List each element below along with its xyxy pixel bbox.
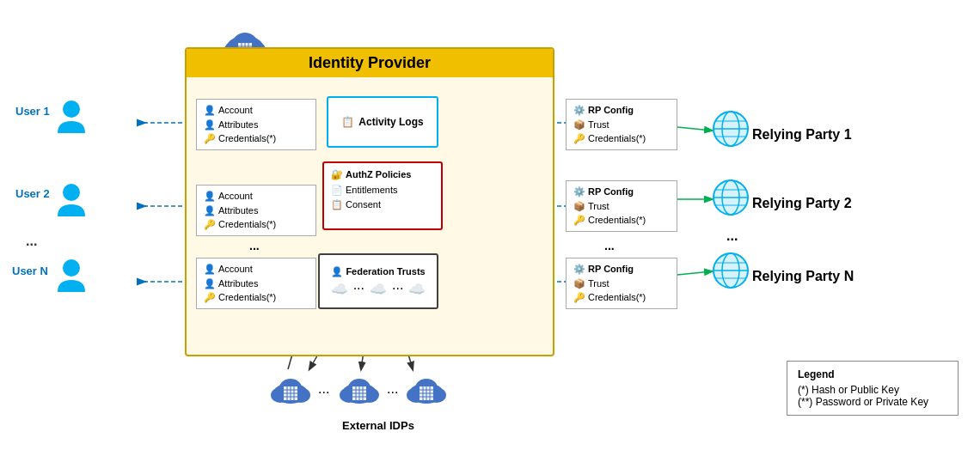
svg-line-8 (677, 271, 712, 275)
legend-title: Legend (798, 368, 947, 380)
user-n-icon (56, 258, 87, 299)
user-2-label: User 2 (15, 187, 50, 200)
authz-box: 🔐AuthZ Policies 📄Entitlements 📋Consent (322, 161, 443, 230)
account-box-1: 👤Account 👤Attributes 🔑Credentials(*) (196, 99, 316, 150)
federation-box: 👤 Federation Trusts ☁️···☁️···☁️ (318, 253, 438, 309)
ext-idp-cloud-2 (335, 369, 383, 410)
rp-1-label: Relying Party 1 (752, 127, 852, 143)
ext-idp-cloud-3 (402, 369, 450, 410)
activity-logs-label: Activity Logs (358, 116, 423, 128)
activity-logs-box: 📋 Activity Logs (327, 96, 438, 148)
legend-box: Legend (*) Hash or Public Key (**) Passw… (787, 361, 959, 416)
user-2-icon (56, 182, 87, 223)
account-dots: ... (249, 239, 260, 252)
rp-box-1: ⚙️RP Config 📦Trust 🔑Credentials(*) (566, 99, 677, 150)
user-1-icon (56, 99, 87, 140)
idp-header: Identity Provider (187, 49, 553, 77)
user-n-label: User N (12, 265, 48, 277)
rp-2-label: Relying Party 2 (752, 196, 852, 211)
external-idps-label: External IDPs (301, 419, 456, 432)
users-dots: ... (26, 234, 37, 249)
rp-n-globe (712, 252, 750, 293)
user-1-label: User 1 (15, 105, 50, 118)
diagram-container: Identity Provider User 1 User 2 ... User… (0, 0, 980, 450)
legend-item-1: (*) Hash or Public Key (798, 384, 947, 396)
rp-n-label: Relying Party N (752, 269, 854, 284)
rp-box-3: ⚙️RP Config 📦Trust 🔑Credentials(*) (566, 258, 677, 309)
rp-1-globe (712, 110, 750, 151)
rp-2-globe (712, 179, 750, 220)
account-box-3: 👤Account 👤Attributes 🔑Credentials(*) (196, 258, 316, 309)
svg-point-24 (63, 100, 80, 118)
ext-idp-cloud-1 (266, 369, 315, 410)
legend-item-2: (**) Password or Private Key (798, 396, 947, 408)
rp-box-2: ⚙️RP Config 📦Trust 🔑Credentials(*) (566, 180, 677, 232)
cloud-dots: ··· (318, 385, 329, 400)
svg-point-25 (63, 184, 80, 201)
rp-dots: ... (604, 239, 615, 252)
account-box-2: 👤Account 👤Attributes 🔑Credentials(*) (196, 185, 316, 236)
svg-point-26 (63, 259, 80, 277)
cloud-dots-2: ··· (387, 385, 398, 400)
globe-dots: ... (726, 228, 738, 244)
svg-line-6 (677, 127, 712, 131)
